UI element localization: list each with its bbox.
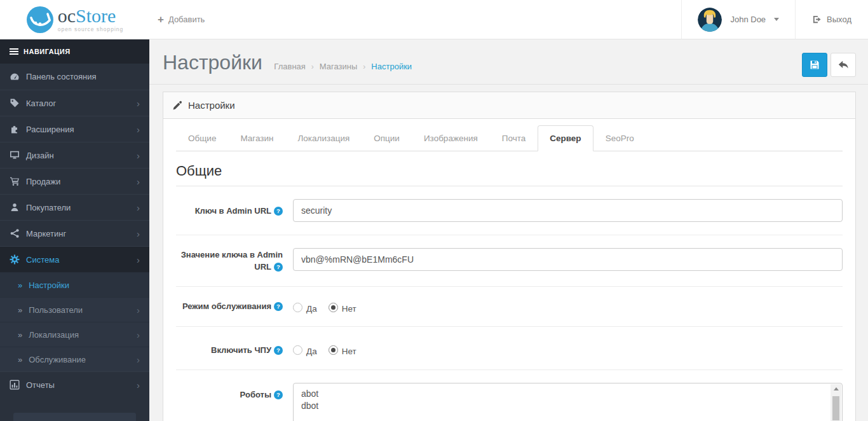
scrollbar-thumb[interactable]: [832, 396, 839, 420]
sidebar-subitem-settings[interactable]: » Настройки: [0, 272, 149, 297]
field-label: Режим обслуживания?: [176, 300, 283, 314]
radio-checked-icon: [329, 345, 338, 355]
page-header: Настройки Главная › Магазины › Настройки: [149, 39, 868, 85]
admin-key-value-label: Значение ключа в Admin URL: [181, 250, 283, 272]
chevron-right-icon: ›: [137, 202, 140, 213]
sidebar-item-label: Дизайн: [26, 151, 54, 160]
tab-mail[interactable]: Почта: [490, 125, 538, 151]
field-label: Ключ в Admin URL?: [176, 199, 283, 222]
pencil-icon: [173, 100, 182, 110]
robots-text: abot dbot: [294, 383, 842, 417]
chevron-right-icon: ›: [137, 124, 140, 135]
logout-button[interactable]: Выход: [795, 0, 868, 39]
page-title: Настройки: [163, 51, 262, 74]
robots-label: Роботы: [240, 390, 271, 399]
chevron-right-icon: ›: [137, 228, 140, 239]
textarea-scrollbar[interactable]: [831, 384, 841, 421]
help-icon[interactable]: ?: [274, 263, 283, 272]
tab-general[interactable]: Общие: [176, 125, 228, 151]
subitem-marker-icon: »: [18, 330, 22, 340]
maintenance-yes-radio[interactable]: Да: [293, 302, 317, 314]
tab-server[interactable]: Сервер: [538, 125, 593, 151]
chevron-right-icon: ›: [137, 305, 140, 315]
gear-icon: [10, 254, 26, 265]
settings-tabs: Общие Магазин Локализация Опции Изображе…: [176, 125, 843, 151]
chevron-right-icon: ›: [137, 254, 140, 265]
sidebar-item-label: Отчеты: [26, 380, 55, 390]
sidebar-item-label: Расширения: [26, 125, 74, 134]
sidebar-subitem-label: Локализация: [29, 330, 79, 340]
display-icon: [10, 150, 26, 160]
settings-panel: Настройки Общие Магазин Локализация Опци…: [163, 92, 856, 421]
breadcrumb-settings[interactable]: Настройки: [371, 62, 412, 71]
breadcrumb-separator-icon: ›: [363, 62, 365, 71]
chevron-right-icon: ›: [137, 150, 140, 161]
maintenance-label: Режим обслуживания: [182, 301, 271, 311]
field-label: Включить ЧПУ?: [176, 340, 283, 357]
back-button[interactable]: [831, 53, 856, 77]
chart-icon: [10, 380, 26, 390]
sidebar-item-customers[interactable]: Покупатели ›: [0, 194, 149, 220]
sidebar-item-label: Панель состояния: [26, 72, 96, 81]
sidebar-item-sales[interactable]: Продажи ›: [0, 168, 149, 194]
field-label: Роботы?: [176, 383, 283, 421]
tab-localisation[interactable]: Локализация: [285, 125, 362, 151]
form-row-seo-url: Включить ЧПУ? Да Нет: [176, 326, 843, 369]
sidebar-subitem-localisation[interactable]: » Локализация ›: [0, 322, 149, 347]
chevron-right-icon: ›: [137, 354, 140, 365]
tag-icon: [10, 98, 26, 108]
logo[interactable]: ocStore open source shopping: [0, 0, 149, 39]
sidebar-item-extensions[interactable]: Расширения ›: [0, 116, 149, 142]
logout-label: Выход: [827, 15, 851, 24]
sidebar-item-design[interactable]: Дизайн ›: [0, 142, 149, 168]
sidebar-subitem-label: Пользователи: [29, 305, 83, 315]
panel-heading-label: Настройки: [188, 100, 235, 111]
avatar: [698, 8, 722, 32]
save-button[interactable]: [802, 53, 827, 77]
cart-logo-icon: [26, 6, 54, 34]
tab-store[interactable]: Магазин: [228, 125, 285, 151]
sidebar-item-marketing[interactable]: Маркетинг ›: [0, 220, 149, 246]
user-menu[interactable]: John Doe: [681, 0, 795, 39]
tab-options[interactable]: Опции: [362, 125, 412, 151]
seo-url-no-radio[interactable]: Нет: [329, 345, 356, 356]
chevron-right-icon: ›: [137, 329, 140, 340]
maintenance-no-radio[interactable]: Нет: [329, 302, 356, 314]
sidebar-item-label: Система: [26, 255, 59, 265]
admin-key-value-input[interactable]: [293, 248, 843, 271]
breadcrumb-stores[interactable]: Магазины: [320, 62, 358, 71]
scroll-up-icon[interactable]: [831, 384, 841, 394]
share-icon: [10, 228, 26, 238]
logo-tagline: open source shopping: [58, 26, 124, 32]
admin-key-input[interactable]: [293, 199, 843, 222]
sidebar-item-dashboard[interactable]: Панель состояния: [0, 64, 149, 90]
back-arrow-icon: [838, 60, 849, 70]
admin-key-label: Ключ в Admin URL: [195, 206, 271, 216]
sidebar-subitem-maintenance[interactable]: » Обслуживание ›: [0, 347, 149, 371]
user-icon: [10, 202, 26, 212]
sidebar-item-system[interactable]: Система ›: [0, 246, 149, 272]
sidebar: НАВИГАЦИЯ Панель состояния Каталог ›: [0, 39, 149, 421]
save-icon: [810, 60, 820, 70]
tab-images[interactable]: Изображения: [412, 125, 490, 151]
help-icon[interactable]: ?: [274, 207, 283, 216]
help-icon[interactable]: ?: [274, 302, 283, 311]
breadcrumb-home[interactable]: Главная: [274, 62, 305, 71]
logo-text: ocStore: [58, 5, 116, 26]
help-icon[interactable]: ?: [274, 346, 283, 355]
sidebar-footer-panel: [13, 413, 136, 421]
sidebar-subitem-users[interactable]: » Пользователи ›: [0, 297, 149, 322]
nav-title: НАВИГАЦИЯ: [24, 48, 71, 55]
seo-url-yes-radio[interactable]: Да: [293, 345, 317, 356]
tab-seopro[interactable]: SeoPro: [593, 125, 646, 151]
subitem-marker-icon: »: [18, 355, 22, 364]
help-icon[interactable]: ?: [274, 390, 283, 399]
sidebar-item-reports[interactable]: Отчеты ›: [0, 371, 149, 397]
add-button[interactable]: + Добавить: [158, 0, 205, 39]
subitem-marker-icon: »: [18, 280, 22, 290]
robots-textarea[interactable]: abot dbot: [293, 383, 843, 421]
sidebar-item-catalog[interactable]: Каталог ›: [0, 90, 149, 116]
sidebar-subitem-label: Настройки: [29, 280, 69, 290]
logout-icon: [812, 15, 822, 24]
top-header: ocStore open source shopping + Добавить …: [0, 0, 868, 39]
